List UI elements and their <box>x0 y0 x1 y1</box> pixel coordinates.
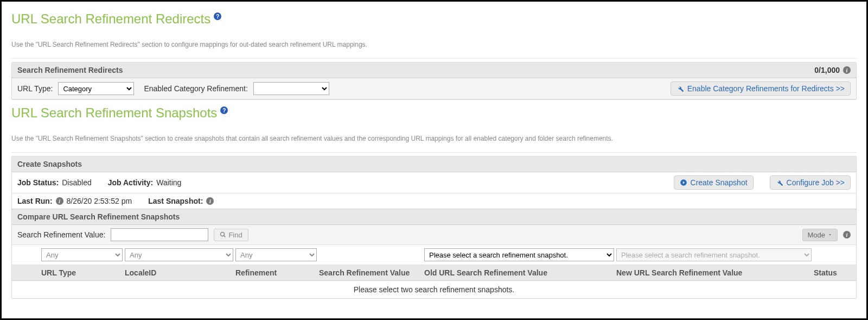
last-run-row: Last Run: i 8/26/20 2:53:52 pm Last Snap… <box>12 193 856 209</box>
col-locale-id: LocaleID <box>125 268 233 277</box>
redirects-panel-title: Search Refinement Redirects <box>17 66 123 74</box>
old-snapshot-select[interactable]: Please select a search refinement snapsh… <box>424 248 614 261</box>
snapshots-panel: Create Snapshots Job Status: Disabled Jo… <box>11 156 857 299</box>
job-status-value: Disabled <box>62 178 91 187</box>
info-icon[interactable]: i <box>206 197 214 205</box>
create-snapshots-header: Create Snapshots <box>12 156 856 172</box>
info-icon[interactable]: i <box>56 197 63 205</box>
compare-snapshots-title: Compare URL Search Refinement Snapshots <box>17 212 180 221</box>
filter-url-type[interactable]: Any <box>41 248 123 261</box>
empty-message: Please select two search refinement snap… <box>12 281 856 298</box>
enabled-refinement-select[interactable] <box>253 82 329 95</box>
mode-button-label: Mode <box>807 231 825 239</box>
col-refinement: Refinement <box>235 268 317 277</box>
job-status-row: Job Status: Disabled Job Activity: Waiti… <box>12 172 856 193</box>
mode-button[interactable]: Mode <box>802 229 838 241</box>
search-value-label: Search Refinement Value: <box>17 230 105 239</box>
configure-job-label: Configure Job >> <box>787 178 845 187</box>
col-url-type: URL Type <box>41 268 123 277</box>
redirects-panel-header: Search Refinement Redirects 0/1,000 i <box>12 62 856 78</box>
job-activity-value: Waiting <box>156 178 181 187</box>
wrench-icon <box>776 179 783 186</box>
url-type-label: URL Type: <box>17 84 53 93</box>
table-header-row: URL Type LocaleID Refinement Search Refi… <box>12 265 856 281</box>
chevron-down-icon <box>827 232 833 237</box>
divider <box>11 58 857 59</box>
help-icon[interactable]: ? <box>220 106 228 114</box>
enable-button-label: Enable Category Refinements for Redirect… <box>687 84 845 93</box>
redirects-count: 0/1,000 i <box>814 66 851 74</box>
info-icon[interactable]: i <box>843 231 851 239</box>
snapshots-title-text: URL Search Refinement Snapshots <box>11 105 217 121</box>
play-circle-icon <box>680 179 687 186</box>
filter-refinement[interactable]: Any <box>235 248 317 261</box>
enable-category-refinements-button[interactable]: Enable Category Refinements for Redirect… <box>671 81 851 96</box>
find-button[interactable]: Find <box>214 229 248 241</box>
help-icon[interactable]: ? <box>214 12 221 20</box>
create-snapshots-title: Create Snapshots <box>17 160 82 168</box>
job-status-label: Job Status: <box>17 178 59 187</box>
redirects-count-text: 0/1,000 <box>814 66 840 74</box>
redirects-title-text: URL Search Refinement Redirects <box>11 11 210 27</box>
redirects-controls-row: URL Type: Category Enabled Category Refi… <box>12 78 856 99</box>
filter-locale-id[interactable]: Any <box>125 248 233 261</box>
create-snapshot-label: Create Snapshot <box>691 178 748 187</box>
find-button-label: Find <box>228 231 242 239</box>
col-search-value: Search Refinement Value <box>319 268 422 277</box>
redirects-description: Use the "URL Search Refinement Redirects… <box>11 41 857 48</box>
enabled-refinement-label: Enabled Category Refinement: <box>144 84 247 93</box>
create-snapshot-button[interactable]: Create Snapshot <box>674 175 754 190</box>
wrench-icon <box>676 85 684 92</box>
url-type-select[interactable]: Category <box>58 82 134 95</box>
info-icon[interactable]: i <box>843 66 851 74</box>
last-run-value: 8/26/20 2:53:52 pm <box>67 197 132 205</box>
redirects-title: URL Search Refinement Redirects ? <box>11 11 857 27</box>
last-snapshot-label: Last Snapshot: <box>148 197 203 205</box>
compare-snapshots-header: Compare URL Search Refinement Snapshots <box>12 209 856 225</box>
last-run-label: Last Run: <box>17 197 53 205</box>
filter-row: Any Any Any Please select a search refin… <box>12 245 856 265</box>
divider <box>11 152 857 153</box>
search-value-input[interactable] <box>111 228 208 241</box>
new-snapshot-select[interactable]: Please select a search refinement snapsh… <box>616 248 812 261</box>
svg-point-0 <box>221 233 225 236</box>
col-old-value: Old URL Search Refinement Value <box>424 268 614 277</box>
search-value-row: Search Refinement Value: Find Mode i <box>12 225 856 245</box>
configure-job-button[interactable]: Configure Job >> <box>770 175 851 190</box>
svg-line-1 <box>224 236 226 237</box>
job-activity-label: Job Activity: <box>108 178 154 187</box>
snapshots-description: Use the "URL Search Refinement Snapshots… <box>11 135 857 142</box>
col-status: Status <box>814 268 857 277</box>
snapshots-title: URL Search Refinement Snapshots ? <box>11 105 857 121</box>
search-icon <box>220 231 226 238</box>
redirects-panel: Search Refinement Redirects 0/1,000 i UR… <box>11 62 857 100</box>
col-new-value: New URL Search Refinement Value <box>616 268 812 277</box>
